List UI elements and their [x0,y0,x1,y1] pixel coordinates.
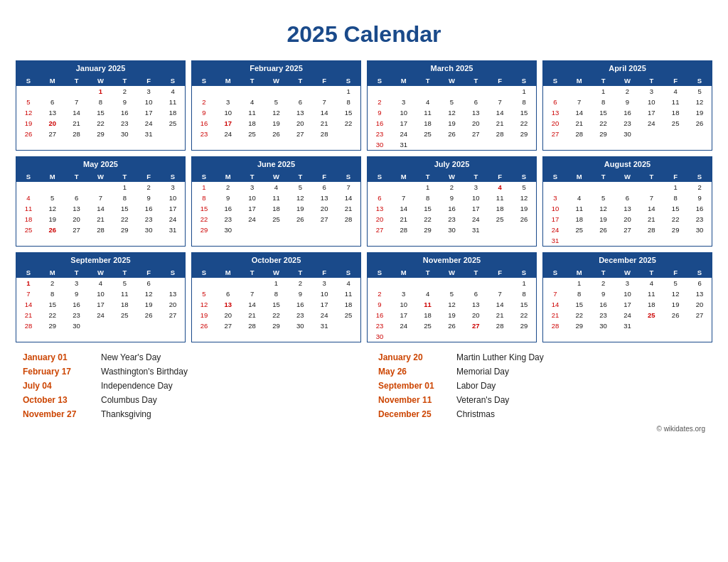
day-cell: 17 [392,310,416,320]
week-row: 9101112131415 [368,107,536,118]
day-cell [663,320,687,331]
day-cell: 13 [616,203,640,214]
day-cell: 31 [616,320,640,331]
day-header: F [312,75,336,86]
day-cell: 22 [41,310,65,320]
day-cell: 26 [264,129,289,139]
holiday-date: July 04 [23,381,101,391]
day-cell: 2 [440,182,464,193]
day-cell: 2 [192,97,216,107]
day-cell: 21 [488,310,512,320]
day-cell: 3 [616,278,640,288]
day-cell: 31 [161,225,185,235]
day-header: T [416,267,440,278]
day-cell: 6 [687,278,712,288]
day-cell: 6 [288,97,312,107]
week-row: 78910111213 [16,288,185,299]
day-cell: 12 [41,203,65,214]
day-cell: 7 [89,193,113,203]
day-cell: 11 [16,203,41,214]
week-row: 232425262728 [192,129,360,139]
day-cell: 7 [16,288,41,299]
day-cell: 16 [368,310,392,320]
day-cell: 22 [592,118,616,129]
holidays-section: January 01New Year's DayJanuary 20Martin… [16,352,712,421]
day-cell: 9 [616,97,640,107]
month-table-4: SMTWTFS123456789101112131415161718192021… [16,171,185,235]
day-cell [639,129,663,139]
holiday-date: February 17 [23,367,101,377]
day-cell: 11 [416,107,440,118]
week-row: 12131415161718 [16,107,185,118]
holiday-row: January 20Martin Luther King Day [378,352,705,362]
day-cell [512,139,536,150]
day-cell: 18 [264,203,289,214]
day-cell: 24 [240,214,264,225]
day-cell: 24 [464,214,488,225]
holiday-name: Thanksgiving [101,409,151,419]
day-cell [639,235,663,246]
day-cell: 2 [687,182,712,193]
day-cell: 17 [136,107,161,118]
day-cell: 15 [567,299,592,310]
day-cell [592,182,616,193]
day-cell: 7 [488,97,512,107]
copyright: © wikidates.org [16,425,712,433]
day-header: T [288,267,312,278]
day-cell: 25 [416,129,440,139]
calendar-page: 2025 Calendar January 2025SMTWTFS1234567… [16,14,712,433]
day-header: S [512,267,536,278]
day-cell: 22 [663,214,687,225]
day-cell: 19 [192,310,216,320]
week-row: 14151617181920 [543,299,712,310]
day-cell: 28 [392,225,416,235]
day-cell: 6 [216,288,240,299]
day-cell: 5 [192,288,216,299]
day-header: T [65,75,89,86]
day-cell: 2 [112,86,136,97]
day-cell: 15 [89,107,113,118]
day-cell: 12 [16,107,41,118]
day-cell [161,129,185,139]
day-cell [288,225,312,235]
day-cell: 29 [264,320,289,331]
day-cell [440,139,464,150]
day-cell [543,278,567,288]
day-cell: 28 [488,320,512,331]
holiday-date: May 26 [378,367,456,377]
day-cell [543,182,567,193]
day-cell: 24 [639,118,663,129]
day-header: S [687,171,712,182]
day-cell: 25 [663,118,687,129]
week-row: 23242526272829 [368,129,536,139]
day-cell: 16 [440,203,464,214]
day-cell: 4 [639,278,663,288]
holiday-name: New Year's Day [101,352,161,362]
day-cell: 26 [687,118,712,129]
month-header-9: October 2025 [192,253,360,267]
day-cell: 16 [65,299,89,310]
day-cell [192,278,216,288]
day-cell: 19 [592,214,616,225]
day-cell: 25 [336,310,360,320]
day-cell: 26 [16,129,41,139]
week-row: 262728293031 [192,320,360,331]
day-cell: 13 [216,299,240,310]
day-cell: 13 [65,203,89,214]
day-cell: 11 [240,107,264,118]
day-cell [240,278,264,288]
day-header: S [687,75,712,86]
day-cell [464,139,488,150]
day-cell: 10 [89,288,113,299]
month-table-8: SMTWTFS123456789101112131415161718192021… [16,267,185,331]
day-cell: 24 [136,118,161,129]
holiday-date: December 25 [378,409,456,419]
day-header: W [89,75,113,86]
week-row: 3456789 [543,193,712,203]
day-cell: 20 [41,118,65,129]
month-block-9: October 2025SMTWTFS123456789101112131415… [191,252,361,342]
week-row: 891011121314 [192,193,360,203]
day-cell: 13 [161,288,185,299]
day-cell: 15 [512,299,536,310]
day-cell: 21 [16,310,41,320]
